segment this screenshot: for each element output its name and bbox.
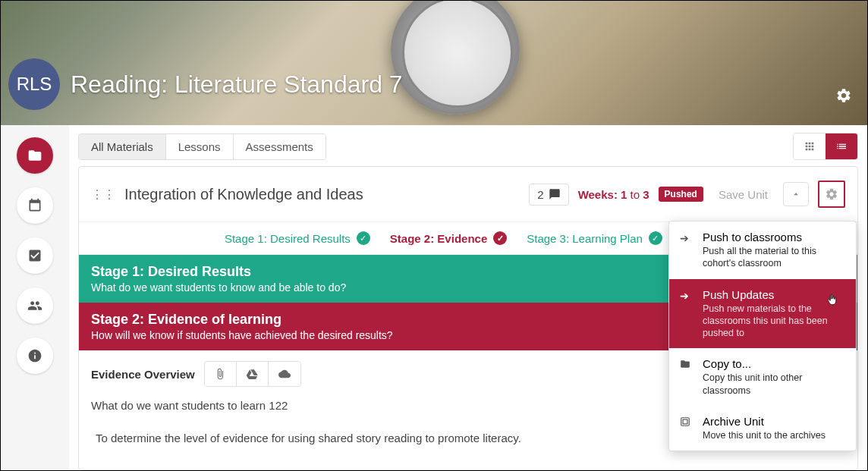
- dropdown-push-classrooms[interactable]: ➔ Push to classrooms Push all the materi…: [669, 221, 856, 279]
- tab-assessments[interactable]: Assessments: [234, 134, 326, 159]
- dropdown-item-desc: Push all the material to this cohort's c…: [703, 245, 845, 270]
- save-unit-button: Save Unit: [712, 184, 774, 205]
- collapse-button[interactable]: [783, 182, 809, 206]
- unit-settings-highlight: [818, 181, 845, 208]
- sidebar-calendar-icon[interactable]: [17, 187, 53, 224]
- archive-icon: [680, 415, 693, 427]
- check-icon: ✓: [649, 231, 662, 245]
- sidebar-info-icon[interactable]: [17, 338, 53, 374]
- sidebar-materials-icon[interactable]: [17, 137, 53, 174]
- dropdown-item-title: Push Updates: [703, 288, 845, 301]
- sidebar: [1, 125, 69, 470]
- evidence-overview-label: Evidence Overview: [91, 368, 195, 381]
- list-view-icon[interactable]: [826, 133, 857, 159]
- svg-rect-0: [681, 418, 690, 426]
- weeks-info: Weeks: 1 to 3: [578, 188, 649, 201]
- settings-icon[interactable]: [835, 87, 852, 104]
- dropdown-item-desc: Move this unit to the archives: [703, 429, 845, 441]
- hero-banner: RLS Reading: Literature Standard 7: [1, 1, 867, 125]
- chevron-up-icon: [791, 189, 801, 199]
- stage-nav-label: Stage 1: Desired Results: [225, 232, 351, 245]
- view-toggle: [793, 133, 858, 160]
- stage-nav-2[interactable]: Stage 2: Evidence ✓: [390, 231, 507, 245]
- svg-rect-1: [683, 419, 687, 424]
- tab-lessons[interactable]: Lessons: [166, 134, 234, 159]
- grid-view-icon[interactable]: [794, 133, 826, 159]
- unit-settings-button[interactable]: [821, 184, 842, 205]
- stage-nav-1[interactable]: Stage 1: Desired Results ✓: [225, 231, 370, 245]
- page-title: Reading: Literature Standard 7: [71, 71, 403, 99]
- sidebar-people-icon[interactable]: [17, 287, 53, 324]
- folder-icon: [680, 357, 693, 369]
- check-icon: ✓: [357, 231, 370, 245]
- avatar: RLS: [8, 58, 60, 110]
- comment-icon: [549, 188, 561, 200]
- dropdown-push-updates[interactable]: ➔ Push Updates Push new materials to the…: [669, 279, 856, 349]
- paperclip-icon[interactable]: [205, 362, 237, 386]
- drag-handle-icon[interactable]: ⋮⋮: [91, 187, 115, 202]
- tab-all-materials[interactable]: All Materials: [79, 134, 166, 159]
- drive-icon[interactable]: [237, 362, 269, 386]
- arrow-right-icon: ➔: [680, 288, 693, 302]
- dropdown-item-desc: Push new materials to the classrooms thi…: [703, 303, 845, 340]
- dropdown-item-title: Copy to...: [703, 357, 845, 370]
- comments-button[interactable]: 2: [529, 184, 568, 206]
- arrow-right-icon: ➔: [680, 231, 693, 244]
- tabs-group: All Materials Lessons Assessments: [78, 133, 326, 160]
- dropdown-item-title: Push to classrooms: [703, 231, 845, 243]
- attachment-group: [204, 361, 301, 387]
- stage-nav-label: Stage 2: Evidence: [390, 232, 487, 245]
- gear-icon: [825, 187, 838, 201]
- unit-title: Integration of Knowledge and Ideas: [124, 186, 520, 203]
- dropdown-item-title: Archive Unit: [703, 415, 845, 428]
- stage-nav-label: Stage 3: Learning Plan: [527, 232, 643, 245]
- cloud-icon[interactable]: [269, 362, 300, 386]
- stage-nav-3[interactable]: Stage 3: Learning Plan ✓: [527, 231, 662, 245]
- pushed-badge: Pushed: [659, 187, 703, 202]
- dropdown-copy-to[interactable]: Copy to... Copy this unit into other cla…: [669, 348, 856, 406]
- comment-count: 2: [537, 188, 543, 201]
- dropdown-item-desc: Copy this unit into other classrooms: [703, 372, 845, 397]
- unit-actions-dropdown: ➔ Push to classrooms Push all the materi…: [668, 221, 857, 451]
- check-icon: ✓: [493, 231, 507, 245]
- dropdown-archive[interactable]: Archive Unit Move this unit to the archi…: [669, 406, 856, 451]
- sidebar-checkbox-icon[interactable]: [17, 237, 53, 274]
